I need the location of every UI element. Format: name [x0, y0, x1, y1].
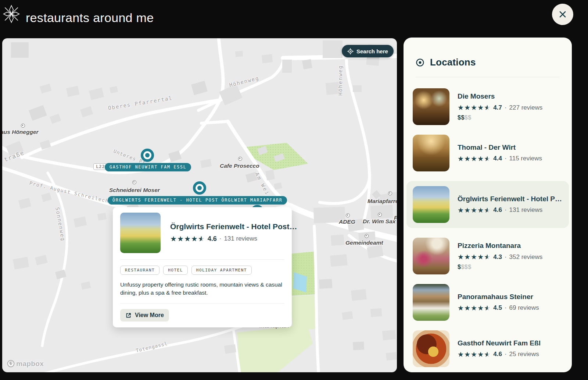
review-count: 69 reviews	[509, 304, 539, 312]
poi-label: Gemeindeamt	[345, 239, 383, 246]
poi-dot-icon	[21, 124, 25, 128]
location-name: Die Mosers	[458, 92, 542, 100]
poi-dot-icon	[238, 157, 242, 161]
review-count: 25 reviews	[509, 351, 539, 358]
divider	[416, 77, 560, 77]
close-icon	[558, 10, 567, 19]
review-count: 131 reviews	[224, 235, 257, 242]
map-marker-label[interactable]: GASTHOF NEUWIRT FAM ESSL	[105, 163, 191, 171]
popup-photo	[120, 213, 161, 253]
star-rating: ★★★★★★	[170, 234, 205, 243]
location-list-item[interactable]: Pizzeria Montanara ★★★★★★ 4.3 · 352 revi…	[413, 238, 563, 274]
location-name: Thomal - Der Wirt	[458, 143, 542, 152]
target-circle-icon	[416, 58, 424, 67]
separator: ·	[505, 351, 507, 358]
external-link-icon	[125, 312, 132, 319]
location-photo	[413, 186, 449, 223]
location-photo	[413, 284, 449, 321]
rating-value: 4.5	[493, 304, 502, 312]
popup-description: Unfussy property offering rustic rooms, …	[120, 281, 284, 297]
category-tag: HOTEL	[163, 266, 188, 275]
crosshair-icon	[347, 48, 354, 54]
star-rating: ★★★★★★	[458, 155, 491, 163]
poi-dot-icon	[388, 191, 392, 195]
location-list-item[interactable]: Die Mosers ★★★★★★ 4.7 · 227 reviews $$$$	[413, 88, 563, 125]
sidebar-title: Locations	[430, 57, 476, 68]
divider	[120, 303, 284, 303]
category-tags: RESTAURANTHOTELHOLIDAY APARTMENT	[120, 266, 284, 275]
mapbox-wordmark: mapbox	[16, 360, 44, 368]
locations-sidebar: Locations Die Mosers ★★★★★★ 4.7 · 227 re…	[404, 38, 572, 372]
app-header: restaurants around me	[0, 0, 588, 35]
poi-label: ADEG	[339, 219, 355, 225]
rating-value: 4.6	[493, 206, 502, 214]
map-canvas[interactable]: Oberes PfarrertalUnteres PfHöhenwegHöhen…	[2, 38, 397, 372]
review-count: 115 reviews	[509, 155, 542, 162]
review-count: 227 reviews	[509, 104, 543, 111]
poi-dot-icon	[132, 180, 136, 184]
map-marker[interactable]	[141, 149, 154, 162]
mapbox-attribution[interactable]: mapbox	[7, 359, 44, 368]
view-more-button[interactable]: View More	[120, 309, 169, 322]
location-name: Panoramahaus Steiner	[458, 293, 539, 301]
location-name: Örglwirts Ferienwelt - Hotel Po…	[458, 195, 563, 203]
separator: ·	[505, 304, 507, 312]
map-pin-icon	[7, 359, 15, 368]
location-list-item[interactable]: Gasthof Neuwirt Fam Eßl ★★★★★★ 4.6 · 25 …	[413, 330, 563, 367]
location-name: Gasthof Neuwirt Fam Eßl	[458, 339, 541, 347]
map-marker-label[interactable]: ÖRGLWIRTS FERIENWELT - HOTEL POST ÖRGLWI…	[108, 196, 287, 205]
popup-title: Örglwirts Ferienwelt - Hotel Post…	[170, 222, 284, 231]
divider	[120, 259, 284, 260]
review-count: 131 reviews	[509, 206, 543, 214]
rating-value: 4.3	[493, 253, 502, 261]
star-rating: ★★★★★★	[458, 253, 491, 261]
price-level: $$$$	[458, 264, 542, 270]
poi-dot-icon	[365, 234, 369, 238]
page-title: restaurants around me	[26, 0, 154, 35]
search-here-label: Search here	[356, 48, 388, 54]
location-list-item[interactable]: Thomal - Der Wirt ★★★★★★ 4.4 · 115 revie…	[413, 135, 563, 171]
close-button[interactable]	[552, 4, 573, 25]
separator: ·	[505, 155, 507, 162]
view-more-label: View More	[135, 312, 164, 319]
star-rating: ★★★★★★	[458, 206, 491, 214]
separator: ·	[505, 104, 507, 111]
locations-list: Die Mosers ★★★★★★ 4.7 · 227 reviews $$$$…	[413, 88, 563, 372]
location-name: Pizzeria Montanara	[458, 242, 542, 250]
street-label: Höhenweg	[337, 65, 343, 96]
rating-value: 4.4	[493, 155, 502, 162]
app-logo-icon	[3, 4, 20, 24]
location-popup: Örglwirts Ferienwelt - Hotel Post… ★★★★★…	[113, 207, 292, 327]
poi-label: Cafe Prosecco	[220, 163, 259, 169]
poi-dot-icon	[346, 213, 350, 217]
star-rating: ★★★★★★	[458, 103, 491, 112]
rating-value: 4.6	[493, 351, 502, 358]
poi-label: Dr. Wim Sax	[363, 218, 395, 225]
sidebar-header: Locations	[416, 57, 560, 68]
separator: ·	[505, 206, 507, 214]
poi-label: Schneiderei Moser	[109, 187, 160, 193]
poi-label-partial: P	[394, 214, 397, 221]
separator: ·	[505, 253, 507, 261]
rating-value: 4.6	[208, 235, 217, 243]
location-photo	[413, 88, 449, 125]
star-rating: ★★★★★★	[458, 350, 491, 359]
poi-label: Haus Hönegger	[2, 129, 39, 135]
location-photo	[413, 330, 449, 367]
location-list-item[interactable]: Örglwirts Ferienwelt - Hotel Po… ★★★★★★ …	[406, 181, 569, 228]
search-here-button[interactable]: Search here	[342, 45, 394, 57]
category-tag: HOLIDAY APARTMENT	[191, 266, 252, 275]
location-photo	[413, 238, 449, 274]
price-level: $$$$	[458, 114, 542, 121]
star-rating: ★★★★★★	[458, 304, 491, 312]
poi-dot-icon	[378, 213, 382, 217]
location-photo	[413, 135, 449, 171]
poi-label: Mariapfarrer	[368, 198, 397, 205]
map-marker[interactable]	[193, 181, 206, 195]
rating-value: 4.7	[493, 104, 502, 111]
category-tag: RESTAURANT	[120, 266, 159, 275]
separator: ·	[219, 235, 222, 242]
review-count: 352 reviews	[509, 253, 543, 261]
location-list-item[interactable]: Panoramahaus Steiner ★★★★★★ 4.5 · 69 rev…	[413, 284, 563, 321]
